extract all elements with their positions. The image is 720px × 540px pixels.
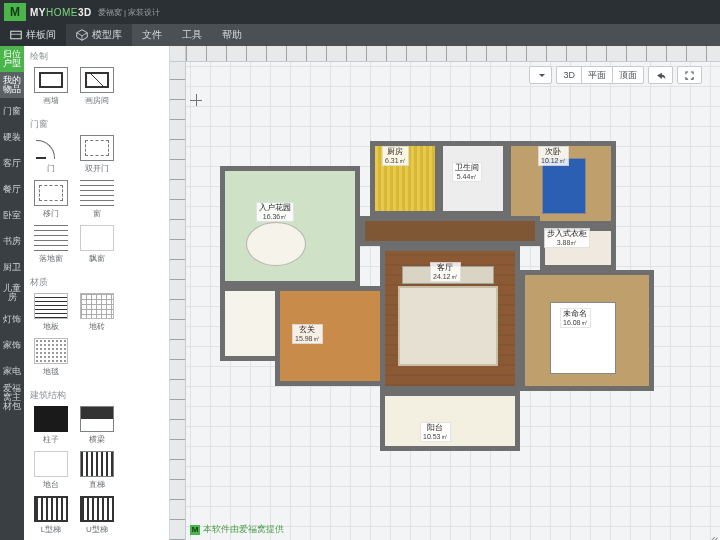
cat-kids[interactable]: 儿童房 [0, 280, 24, 306]
palette-item-beam[interactable]: 横梁 [74, 404, 120, 449]
menu-tools[interactable]: 工具 [172, 28, 212, 42]
palette-thumb-bay-window [34, 225, 68, 251]
palette-section-title-draw: 绘制 [24, 46, 169, 65]
fullscreen-button[interactable] [677, 66, 702, 84]
palette-label-floor-window: 飘窗 [89, 253, 105, 264]
room-passage[interactable] [360, 216, 540, 246]
palette-thumb-wall-rect [34, 67, 68, 93]
palette-thumb-platform [34, 451, 68, 477]
brand-logo-icon: M [4, 3, 26, 21]
brand-tagline: 爱福窝 | 家装设计 [98, 7, 161, 18]
palette-item-stairs-l[interactable]: L型梯 [28, 494, 74, 539]
furniture-dining-table[interactable] [246, 222, 306, 266]
palette-item-pillar[interactable]: 柱子 [28, 404, 74, 449]
footer-credit: M 本软件由爱福窝提供 [190, 523, 284, 536]
view-mode-plan[interactable]: 平面 [582, 67, 613, 83]
palette-section-title-structure: 建筑结构 [24, 385, 169, 404]
palette-item-door[interactable]: 门 [28, 133, 74, 178]
share-icon [655, 70, 666, 81]
palette-panel[interactable]: 绘制画墙画房间门窗门双开门移门窗落地窗飘窗材质地板地砖地毯建筑结构柱子横梁地台直… [24, 46, 170, 540]
cat-appliance[interactable]: 家电 [0, 358, 24, 384]
fullscreen-icon [684, 70, 695, 81]
palette-item-platform[interactable]: 地台 [28, 449, 74, 494]
cat-lighting[interactable]: 灯饰 [0, 306, 24, 332]
palette-item-carpet[interactable]: 地毯 [28, 336, 74, 381]
view-mode-group: 3D 平面 顶面 [556, 66, 644, 84]
view-mode-3d[interactable]: 3D [557, 67, 582, 83]
ruler-vertical [170, 62, 186, 540]
view-mode-top[interactable]: 顶面 [613, 67, 643, 83]
label-master: 未命名16.08㎡ [560, 308, 591, 328]
cat-back-home[interactable]: 归位 户型 [0, 46, 24, 72]
cat-brand-pack[interactable]: 爱福窝主 材包 [0, 384, 24, 410]
palette-item-wall-diag[interactable]: 画房间 [74, 65, 120, 110]
palette-label-double-door: 双开门 [85, 163, 109, 174]
palette-item-stairs-u[interactable]: U型梯 [74, 494, 120, 539]
palette-thumb-pillar [34, 406, 68, 432]
palette-label-door: 门 [47, 163, 55, 174]
furniture-kids-bed[interactable] [542, 158, 586, 214]
palette-item-window[interactable]: 窗 [74, 178, 120, 223]
palette-section-title-material: 材质 [24, 272, 169, 291]
palette-thumb-wall-diag [80, 67, 114, 93]
palette-label-pillar: 柱子 [43, 434, 59, 445]
palette-label-platform: 地台 [43, 479, 59, 490]
tab-structure[interactable]: 样板间 [0, 24, 66, 46]
menu-help[interactable]: 帮助 [212, 28, 252, 42]
cat-doorwin[interactable]: 门窗 [0, 98, 24, 124]
cat-my-items[interactable]: 我的 物品 [0, 72, 24, 98]
label-living: 客厅24.12㎡ [430, 262, 461, 282]
label-foyer: 玄关15.98㎡ [292, 324, 323, 344]
palette-item-stairs-straight[interactable]: 直梯 [74, 449, 120, 494]
palette-thumb-tile [80, 293, 114, 319]
cat-bedroom[interactable]: 卧室 [0, 202, 24, 228]
cat-living[interactable]: 客厅 [0, 150, 24, 176]
floor-plan[interactable]: 入户花园16.36㎡ 厨房6.31㎡ 卫生间5.44㎡ 次卧10.12㎡ 步入式… [220, 106, 668, 506]
cat-hardware[interactable]: 硬装 [0, 124, 24, 150]
app-header: M MYHOME3D 爱福窝 | 家装设计 [0, 0, 720, 24]
tab-model-library[interactable]: 模型库 [66, 24, 132, 46]
palette-item-wall-rect[interactable]: 画墙 [28, 65, 74, 110]
palette-label-window: 窗 [93, 208, 101, 219]
share-button[interactable] [648, 66, 673, 84]
palette-item-tile[interactable]: 地砖 [74, 291, 120, 336]
tab-model-library-label: 模型库 [92, 28, 122, 42]
view-dropdown[interactable] [529, 66, 552, 84]
palette-item-floor-window[interactable]: 飘窗 [74, 223, 120, 268]
label-garden: 入户花园16.36㎡ [256, 202, 294, 222]
palette-label-sliding-door: 移门 [43, 208, 59, 219]
menu-file[interactable]: 文件 [132, 28, 172, 42]
palette-thumb-floor [34, 293, 68, 319]
palette-thumb-double-door [80, 135, 114, 161]
palette-item-floor[interactable]: 地板 [28, 291, 74, 336]
layout-icon [10, 29, 22, 41]
palette-item-sliding-door[interactable]: 移门 [28, 178, 74, 223]
palette-thumb-window [80, 180, 114, 206]
palette-thumb-door [34, 135, 68, 161]
label-dress: 步入式衣柜3.88㎡ [544, 228, 590, 248]
cat-dining[interactable]: 餐厅 [0, 176, 24, 202]
cat-study[interactable]: 书房 [0, 228, 24, 254]
cat-decor[interactable]: 家饰 [0, 332, 24, 358]
furniture-rug[interactable] [398, 286, 498, 366]
palette-label-stairs-u: U型梯 [86, 524, 108, 535]
palette-label-tile: 地砖 [89, 321, 105, 332]
resize-handle[interactable] [706, 526, 718, 538]
palette-label-bay-window: 落地窗 [39, 253, 63, 264]
secondary-bar: 样板间 模型库 文件 工具 帮助 [0, 24, 720, 46]
tab-structure-label: 样板间 [26, 28, 56, 42]
palette-label-wall-diag: 画房间 [85, 95, 109, 106]
palette-label-stairs-straight: 直梯 [89, 479, 105, 490]
design-canvas[interactable]: 3D 平面 顶面 [170, 46, 720, 540]
palette-thumb-stairs-straight [80, 451, 114, 477]
palette-item-double-door[interactable]: 双开门 [74, 133, 120, 178]
palette-thumb-stairs-l [34, 496, 68, 522]
palette-item-bay-window[interactable]: 落地窗 [28, 223, 74, 268]
ruler-corner [170, 46, 186, 62]
label-kidsbed: 次卧10.12㎡ [538, 146, 569, 166]
cat-kitchbath[interactable]: 厨卫 [0, 254, 24, 280]
label-bath: 卫生间5.44㎡ [452, 162, 482, 182]
palette-section-title-doorwin: 门窗 [24, 114, 169, 133]
label-kitchen: 厨房6.31㎡ [382, 146, 409, 166]
palette-label-floor: 地板 [43, 321, 59, 332]
